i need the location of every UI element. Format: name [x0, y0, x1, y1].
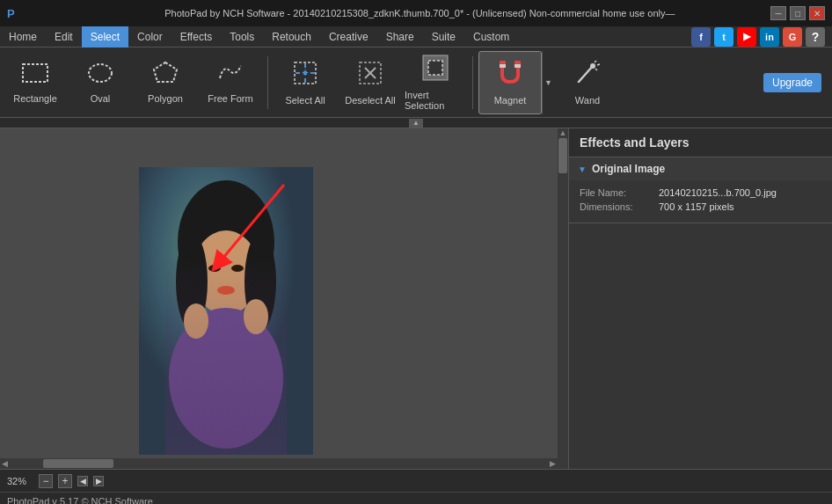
- titlebar: P PhotoPad by NCH Software - 20140210215…: [0, 0, 832, 26]
- magnet-tool-label: Magnet: [494, 95, 527, 106]
- svg-point-29: [169, 308, 283, 449]
- hscroll-thumb[interactable]: [43, 459, 113, 468]
- panel-title: Effects and Layers: [569, 128, 832, 157]
- toolbar-separator-1: [267, 56, 268, 109]
- svg-rect-18: [515, 64, 521, 68]
- menu-item-creative[interactable]: Creative: [320, 26, 377, 47]
- menu-item-retouch[interactable]: Retouch: [263, 26, 320, 47]
- menu-item-color[interactable]: Color: [128, 26, 172, 47]
- bottom-toolbar: 32% − + ◀ ▶: [0, 469, 832, 492]
- rectangle-tool-button[interactable]: Rectangle: [4, 51, 67, 114]
- help-icon[interactable]: ?: [806, 27, 825, 47]
- svg-text:+: +: [302, 65, 309, 79]
- twitter-icon[interactable]: t: [714, 27, 733, 47]
- dimensions-label: Dimensions:: [580, 201, 659, 212]
- menu-item-tools[interactable]: Tools: [221, 26, 263, 47]
- oval-tool-button[interactable]: Oval: [69, 51, 132, 114]
- svg-point-36: [244, 299, 268, 334]
- horizontal-scrollbar[interactable]: ◀ ▶: [0, 458, 558, 469]
- close-button[interactable]: ✕: [809, 6, 825, 20]
- menubar: Home Edit Select Color Effects Tools Ret…: [0, 26, 832, 47]
- toolbar-separator-2: [472, 56, 473, 109]
- scroll-up-arrow[interactable]: ▲: [558, 128, 568, 137]
- scroll-left-arrow[interactable]: ◀: [2, 459, 8, 468]
- svg-point-30: [176, 233, 208, 330]
- svg-point-31: [244, 233, 276, 330]
- svg-marker-2: [154, 62, 177, 82]
- upgrade-button[interactable]: Upgrade: [763, 73, 821, 92]
- main-area: ▲ ◀ ▶ Effects and Layers ▼ Original Imag…: [0, 128, 832, 469]
- menu-item-edit[interactable]: Edit: [46, 26, 82, 47]
- svg-line-21: [595, 61, 596, 62]
- image-display: [139, 167, 313, 455]
- zoom-out-button[interactable]: −: [39, 474, 53, 488]
- wand-icon: [573, 59, 602, 91]
- svg-point-35: [184, 303, 208, 339]
- polygon-icon: [151, 61, 179, 90]
- top-scrollbar: ▲: [0, 118, 832, 128]
- minimize-button[interactable]: ─: [770, 6, 786, 20]
- canvas-scroll: [0, 128, 558, 458]
- app-logo: P: [7, 7, 15, 20]
- freeform-tool-button[interactable]: Free Form: [199, 51, 262, 114]
- select-all-label: Select All: [285, 95, 325, 106]
- oval-icon: [86, 61, 114, 90]
- menu-item-suite[interactable]: Suite: [423, 26, 464, 47]
- wand-tool-button[interactable]: Wand: [556, 51, 619, 114]
- scroll-right-button[interactable]: ▶: [93, 476, 104, 486]
- oval-tool-label: Oval: [91, 93, 111, 104]
- portrait-svg: [139, 167, 313, 455]
- filename-label: File Name:: [580, 187, 659, 198]
- select-all-icon: +: [291, 59, 319, 91]
- svg-point-27: [193, 230, 259, 315]
- filename-value: 20140210215...b.700_0.jpg: [659, 187, 777, 198]
- polygon-tool-label: Polygon: [148, 93, 183, 104]
- canvas-area[interactable]: ▲ ◀ ▶: [0, 128, 568, 469]
- menu-item-select[interactable]: Select: [82, 26, 128, 47]
- social-icons: f t ▶ in G ?: [691, 27, 832, 47]
- svg-rect-28: [213, 306, 239, 332]
- scroll-right-arrow[interactable]: ▶: [550, 459, 556, 468]
- rectangle-tool-label: Rectangle: [13, 93, 57, 104]
- vertical-scrollbar[interactable]: ▲: [558, 128, 568, 458]
- menu-item-effects[interactable]: Effects: [172, 26, 221, 47]
- svg-point-1: [89, 64, 112, 82]
- zoom-in-button[interactable]: +: [58, 474, 72, 488]
- svg-point-32: [208, 265, 221, 272]
- magnet-tool-button[interactable]: Magnet: [478, 51, 542, 114]
- zoom-level: 32%: [7, 476, 33, 486]
- window-controls: ─ □ ✕: [770, 6, 825, 20]
- facebook-icon[interactable]: f: [691, 27, 711, 47]
- svg-rect-17: [500, 64, 506, 68]
- google-icon[interactable]: G: [783, 27, 802, 47]
- menu-item-custom[interactable]: Custom: [464, 26, 518, 47]
- scroll-up-button[interactable]: ▲: [409, 119, 423, 128]
- menu-item-share[interactable]: Share: [377, 26, 423, 47]
- polygon-tool-button[interactable]: Polygon: [134, 51, 197, 114]
- svg-line-23: [595, 69, 597, 70]
- svg-rect-14: [428, 61, 442, 75]
- deselect-all-button[interactable]: Deselect All: [339, 51, 402, 114]
- magnet-dropdown-arrow[interactable]: ▼: [542, 51, 554, 114]
- deselect-all-icon: [356, 59, 384, 91]
- menu-item-home[interactable]: Home: [0, 26, 46, 47]
- select-all-button[interactable]: + Select All: [274, 51, 337, 114]
- dimensions-row: Dimensions: 700 x 1157 pixels: [580, 201, 821, 212]
- maximize-button[interactable]: □: [790, 6, 806, 20]
- magnet-tool-group: Magnet ▼: [478, 51, 554, 114]
- section-content-original: File Name: 20140210215...b.700_0.jpg Dim…: [569, 180, 832, 223]
- dimensions-value: 700 x 1157 pixels: [659, 201, 734, 212]
- svg-point-33: [231, 265, 244, 272]
- vscroll-thumb[interactable]: [558, 138, 567, 173]
- scroll-left-button[interactable]: ◀: [77, 476, 88, 486]
- linkedin-icon[interactable]: in: [760, 27, 779, 47]
- section-header-original[interactable]: ▼ Original Image: [569, 157, 832, 180]
- rectangle-icon: [21, 61, 49, 90]
- original-image-section: ▼ Original Image File Name: 20140210215.…: [569, 157, 832, 223]
- youtube-icon[interactable]: ▶: [737, 27, 756, 47]
- status-text: PhotoPad v 5.17 © NCH Software: [7, 496, 153, 505]
- svg-rect-0: [23, 64, 47, 82]
- invert-selection-button[interactable]: Invert Selection: [404, 51, 467, 114]
- image-container: [139, 167, 313, 455]
- right-panel: Effects and Layers ▼ Original Image File…: [568, 128, 832, 469]
